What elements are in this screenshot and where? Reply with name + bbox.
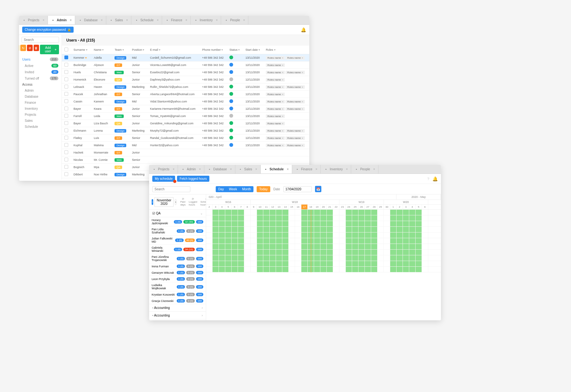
table-row[interactable]: Farrell Leda Web Senior Tomas_Hyatt46@gm… <box>62 113 309 120</box>
grid-cell[interactable] <box>333 238 339 244</box>
grid-cell[interactable] <box>276 227 282 232</box>
day-cell[interactable]: 29 <box>377 205 384 209</box>
person-row[interactable]: Julian Falkowski MD 1 (0) 40 (0) 168 <box>149 236 206 245</box>
encryption-button[interactable]: Change encryption password 🔒 <box>22 27 74 33</box>
grid-cell[interactable] <box>295 221 301 226</box>
grid-cell[interactable] <box>257 267 263 272</box>
date-input[interactable] <box>283 186 312 192</box>
grid-cell[interactable] <box>314 255 320 261</box>
grid-cell[interactable] <box>251 238 257 244</box>
grid-cell[interactable] <box>403 221 409 226</box>
my-schedule-button[interactable]: My schedule <box>152 176 175 182</box>
grid-cell[interactable] <box>263 221 270 226</box>
grid-cell[interactable] <box>314 244 320 249</box>
day-cell[interactable]: 6 <box>232 205 238 209</box>
grid-cell[interactable] <box>327 215 333 221</box>
close-icon[interactable]: × <box>302 56 303 59</box>
grid-cell[interactable] <box>352 221 358 226</box>
grid-cell[interactable] <box>301 215 308 221</box>
grid-cell[interactable] <box>225 227 232 232</box>
help-icon[interactable]: ? <box>427 177 429 181</box>
grid-cell[interactable] <box>377 255 384 261</box>
grid-cell[interactable] <box>270 232 276 238</box>
grid-cell[interactable] <box>397 250 403 255</box>
grid-cell[interactable] <box>384 250 390 255</box>
role-tag[interactable]: Roles name× <box>286 107 305 111</box>
grid-cell[interactable] <box>327 238 333 244</box>
sidebar-item-active[interactable]: Active60 <box>19 62 62 69</box>
grid-cell[interactable] <box>416 221 422 226</box>
grid-cell[interactable] <box>377 227 384 232</box>
delete-button[interactable]: 🗑 <box>34 45 39 51</box>
grid-cell[interactable] <box>333 244 339 249</box>
day-cell[interactable]: 3 <box>213 205 219 209</box>
table-row[interactable]: Bayer Keara GT Junior Karianne.Hermann98… <box>62 105 309 113</box>
grid-cell[interactable] <box>263 250 270 255</box>
schedule-search-input[interactable] <box>152 186 190 192</box>
grid-row[interactable] <box>206 221 441 227</box>
day-cell[interactable]: 2 <box>206 205 213 209</box>
grid-cell[interactable] <box>320 244 327 249</box>
grid-cell[interactable] <box>397 244 403 249</box>
row-checkbox[interactable] <box>64 77 68 81</box>
grid-cell[interactable] <box>251 261 257 266</box>
day-cell[interactable]: 11 <box>263 205 270 209</box>
grid-cell[interactable] <box>238 261 244 266</box>
grid-cell[interactable] <box>295 267 301 272</box>
grid-cell[interactable] <box>257 250 263 255</box>
grid-cell[interactable] <box>377 232 384 238</box>
sidebar-item-turned-off[interactable]: Turned off175 <box>19 75 62 82</box>
grid-cell[interactable] <box>232 215 238 221</box>
table-row[interactable]: Eichmann Lorena Design Marketing Murphy7… <box>62 127 309 134</box>
grid-cell[interactable] <box>213 210 219 215</box>
grid-cell[interactable] <box>384 227 390 232</box>
grid-cell[interactable] <box>397 261 403 266</box>
sidebar-item-database[interactable]: Database <box>19 94 62 100</box>
grid-cell[interactable] <box>225 221 232 226</box>
grid-cell[interactable] <box>257 238 263 244</box>
grid-cell[interactable] <box>213 261 219 266</box>
grid-cell[interactable] <box>371 267 377 272</box>
group-accounting[interactable]: ▫ Accounting› <box>149 312 206 319</box>
grid-cell[interactable] <box>314 267 320 272</box>
grid-cell[interactable] <box>339 267 346 272</box>
day-cell[interactable]: 18 <box>308 205 314 209</box>
grid-cell[interactable] <box>206 215 213 221</box>
grid-cell[interactable] <box>270 215 276 221</box>
grid-cell[interactable] <box>257 215 263 221</box>
grid-cell[interactable] <box>289 227 295 232</box>
grid-cell[interactable] <box>397 210 403 215</box>
table-row[interactable]: Cassin Kareem Design Mid Vidal.Stanton46… <box>62 98 309 105</box>
day-cell[interactable]: 9 <box>251 205 257 209</box>
grid-cell[interactable] <box>219 227 225 232</box>
next-month-button[interactable]: › <box>175 199 176 205</box>
grid-row[interactable] <box>206 232 441 238</box>
grid-cell[interactable] <box>339 232 346 238</box>
grid-cell[interactable] <box>276 238 282 244</box>
grid-cell[interactable] <box>206 238 213 244</box>
grid-cell[interactable] <box>314 221 320 226</box>
day-cell[interactable]: 21 <box>327 205 333 209</box>
grid-cell[interactable] <box>251 227 257 232</box>
month-label[interactable]: November 2020 <box>154 197 174 207</box>
grid-cell[interactable] <box>276 244 282 249</box>
grid-cell[interactable] <box>301 255 308 261</box>
grid-cell[interactable] <box>270 250 276 255</box>
grid-cell[interactable] <box>225 238 232 244</box>
grid-cell[interactable] <box>390 215 397 221</box>
tab-people[interactable]: ▪People× <box>351 165 378 173</box>
group-accounting[interactable]: ▫ Accounting› <box>149 304 206 312</box>
grid-cell[interactable] <box>327 250 333 255</box>
grid-cell[interactable] <box>276 267 282 272</box>
role-tag[interactable]: Roles name× <box>266 63 285 67</box>
grid-cell[interactable] <box>339 221 346 226</box>
grid-cell[interactable] <box>409 210 416 215</box>
grid-cell[interactable] <box>238 250 244 255</box>
grid-cell[interactable] <box>422 255 428 261</box>
grid-cell[interactable] <box>422 221 428 226</box>
grid-cell[interactable] <box>409 261 416 266</box>
grid-cell[interactable] <box>409 221 416 226</box>
close-icon[interactable]: × <box>186 18 187 22</box>
grid-cell[interactable] <box>352 261 358 266</box>
day-cell[interactable]: 20 <box>320 205 327 209</box>
